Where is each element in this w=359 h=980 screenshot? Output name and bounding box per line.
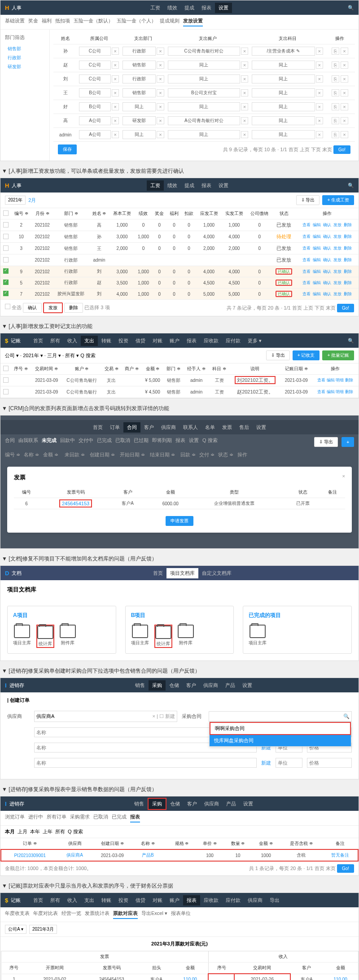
new-link-3[interactable]: 新建 [261,760,271,766]
month-link[interactable]: 2月 [28,197,36,204]
subnav-ins-personal[interactable]: 五险一金（个人） [117,18,156,26]
copy-icon[interactable]: ⎘ [332,61,339,69]
folder-item[interactable]: 附件库 [60,625,76,648]
product-link[interactable]: 产品B [134,849,162,861]
action-link[interactable]: 发放 [333,292,341,296]
clear-icon[interactable]: × [112,103,119,110]
filter-bar[interactable]: 公司 ▾ · 2021年 ▾ · 三月 ▾ · 所有 ▾ Q 搜索 [5,352,96,359]
company-input[interactable]: B公司 [79,102,110,111]
cell-note[interactable]: 暂无备注 [323,849,358,861]
nav-product[interactable]: 产品 [223,799,240,809]
col-name[interactable]: 名称 ≑ [134,838,162,849]
search-icon[interactable]: 🔍 [348,338,354,344]
action-link[interactable]: 发放 [333,234,341,239]
col-handler[interactable]: 经手人 ≑ [184,363,209,375]
nav-commission[interactable]: 提成 [181,3,198,13]
clear-icon[interactable]: × [316,103,323,110]
folder-item[interactable]: 项目主库 [249,625,267,646]
sidebar-dept-admin[interactable]: 行政部 [5,53,45,62]
clear-icon[interactable]: × [316,75,323,83]
col-amount[interactable]: 金额 ≑ [43,452,58,457]
clear-icon[interactable]: × [316,131,323,138]
subject-input[interactable]: 同上 [252,130,315,139]
tab-year[interactable]: 本年 [30,828,40,835]
nav-report[interactable]: 报表 [198,3,215,13]
col-price[interactable]: 单价 ≑ [196,838,224,849]
row-checkbox[interactable] [3,291,9,296]
clear-icon[interactable]: × [241,131,248,138]
col-name[interactable]: 姓名 ≑ [89,208,109,219]
sidebar-dept-rd[interactable]: 研发部 [5,62,45,71]
nav-order[interactable]: 订单 [106,422,123,433]
nav-settings[interactable]: 设置 [215,3,232,13]
batch-record-button[interactable]: + 批量记账 [322,350,354,360]
action-link[interactable]: 删除 [344,246,352,250]
nav-customer[interactable]: 客户 [184,799,201,809]
remove-icon[interactable]: × [341,89,348,96]
action-link[interactable]: 查看 [302,246,311,250]
subnav-browse[interactable]: 浏览订单 [5,814,25,822]
nav-payable[interactable]: 应付款 [222,336,244,346]
go-button[interactable]: Go! [337,304,354,312]
remove-icon[interactable]: × [341,117,348,124]
subnav-compare[interactable]: 年度对比表 [33,910,58,919]
action-link[interactable]: 查看 [302,292,311,296]
col-id[interactable]: 编号 ≑ [11,208,31,219]
folder-item[interactable]: 附件库 [178,625,194,648]
subject-input[interactable]: 同上 [252,88,315,97]
subnav-cancelled[interactable]: 已取消 [93,814,108,822]
col-date[interactable]: 创建日期 ≑ [91,838,134,849]
folder-item[interactable]: 项目主库 [131,625,149,648]
action-link[interactable]: 确认 [323,246,331,250]
clear-icon[interactable]: × [157,131,164,138]
subnav-match[interactable]: 票款对应表 [113,910,138,919]
nav-expense[interactable]: 支出 [81,336,98,346]
action-link[interactable]: 确认 [323,223,331,227]
nav-settings[interactable]: 设置 [240,799,257,809]
clear-icon[interactable]: × [157,48,164,55]
clear-icon[interactable]: × [241,103,248,110]
action-link[interactable]: 编辑 [313,280,321,285]
clear-icon[interactable]: × [241,89,248,96]
subnav-expired[interactable]: 已过期 [134,437,149,447]
subnav-demand[interactable]: 采购需求 [70,814,90,822]
col-deliver[interactable]: 交付 ≑ [199,452,215,457]
nav-project-lib[interactable]: 项目文档库 [166,568,198,578]
action-link[interactable]: 删除 [344,223,352,227]
clear-icon[interactable]: × [316,48,323,55]
col-name[interactable]: 名称 ≑ [24,452,39,457]
col-merchant[interactable]: 商户 ≑ [122,363,142,375]
select-all-checkbox[interactable] [3,210,9,216]
nav-reconcile[interactable]: 对账 [149,895,166,906]
nav-purchase[interactable]: 采购 [148,798,166,810]
nav-supplier[interactable]: 供应商 [201,799,223,809]
nav-home[interactable]: 首页 [149,568,166,578]
folder-item[interactable]: 项目主库 [13,625,31,648]
nav-list[interactable]: 名单 [201,422,219,433]
clear-icon[interactable]: × [157,89,164,96]
clear-icon[interactable]: × [112,61,119,69]
subnav-collecting[interactable]: 回款中 [60,437,75,447]
nav-salary[interactable]: 工资 [147,3,164,13]
payout-button[interactable]: 发放 [43,302,63,313]
clear-icon[interactable]: × [316,117,323,124]
clear-icon[interactable]: × [112,89,119,96]
clear-icon[interactable]: × [241,117,248,124]
action-link[interactable]: 发放 [333,246,341,250]
account-input[interactable]: 同上 [168,130,240,139]
company-input[interactable]: A公司 [79,116,110,125]
company-input[interactable]: A公司 [79,130,110,139]
nav-perf[interactable]: 绩效 [164,180,181,191]
nav-home[interactable]: 首页 [30,336,47,346]
clear-icon[interactable]: × [157,103,164,110]
subnav-basic[interactable]: 基础设置 [5,18,25,26]
nav-payable[interactable]: 应付款 [222,895,244,906]
nav-aftersale[interactable]: 售后 [236,422,253,433]
subnav-done[interactable]: 已完成 [112,814,127,822]
clear-icon[interactable]: × [241,61,248,69]
col-account[interactable]: 账户 ≑ [62,363,101,375]
company-input[interactable]: B公司 [79,88,110,97]
action-link[interactable]: 发放 [333,280,341,285]
dept-input[interactable]: 研发部 [123,116,156,125]
subnav-all[interactable]: 所有订单 [47,814,66,822]
